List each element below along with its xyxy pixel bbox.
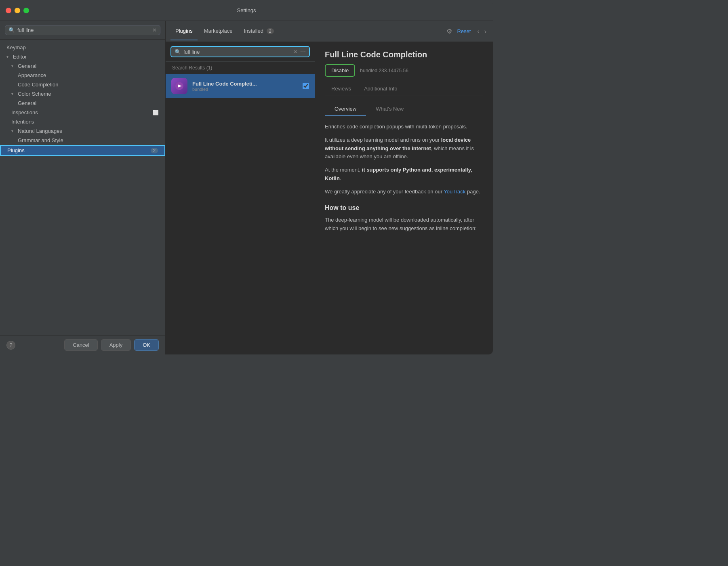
general-label: General bbox=[18, 63, 36, 69]
titlebar: Settings bbox=[0, 0, 493, 21]
plugin-search-icon: 🔍 bbox=[175, 49, 181, 55]
desc-para-4: We greatly appreciate any of your feedba… bbox=[325, 188, 483, 196]
tree-nav: Keymap ▾ Editor ▾ General Appearance Cod… bbox=[0, 40, 165, 335]
sidebar: 🔍 ✕ Keymap ▾ Editor ▾ General Appear bbox=[0, 21, 166, 354]
sidebar-item-appearance[interactable]: Appearance bbox=[0, 71, 165, 80]
inspections-icon: ⬜ bbox=[153, 110, 159, 115]
plugin-detail: Full Line Code Completion Disable bundle… bbox=[315, 42, 493, 354]
plugin-body: 🔍 ✕ ⋯ Search Results (1) bbox=[166, 42, 493, 354]
gear-icon[interactable]: ⚙ bbox=[446, 27, 452, 35]
tab-installed[interactable]: Installed 2 bbox=[239, 22, 278, 40]
sidebar-search-input[interactable] bbox=[17, 27, 150, 33]
tab-marketplace[interactable]: Marketplace bbox=[199, 22, 238, 40]
sidebar-item-intentions[interactable]: Intentions bbox=[0, 117, 165, 126]
sidebar-item-code-completion[interactable]: Code Completion bbox=[0, 80, 165, 89]
ok-button[interactable]: OK bbox=[134, 339, 159, 351]
plugins-label: Plugins bbox=[7, 147, 25, 153]
sidebar-item-inspections[interactable]: Inspections ⬜ bbox=[0, 108, 165, 117]
sidebar-item-grammar-style[interactable]: Grammar and Style bbox=[0, 136, 165, 145]
plugin-search-clear[interactable]: ✕ bbox=[293, 49, 298, 55]
sidebar-search-clear[interactable]: ✕ bbox=[152, 27, 157, 33]
plugin-header: Plugins Marketplace Installed 2 ⚙ Reset … bbox=[166, 21, 493, 42]
color-scheme-arrow: ▾ bbox=[11, 92, 16, 96]
intentions-label: Intentions bbox=[11, 119, 34, 125]
sidebar-item-natural-languages[interactable]: ▾ Natural Languages bbox=[0, 126, 165, 136]
natural-languages-label: Natural Languages bbox=[18, 128, 62, 134]
tab-additional-info[interactable]: Additional Info bbox=[358, 82, 404, 96]
tab-plugins[interactable]: Plugins bbox=[170, 22, 198, 40]
color-scheme-label: Color Scheme bbox=[18, 91, 51, 97]
back-button[interactable]: ‹ bbox=[476, 27, 481, 36]
installed-badge: 2 bbox=[267, 28, 274, 34]
plugin-search-input[interactable] bbox=[183, 49, 291, 55]
sidebar-search-wrapper: 🔍 ✕ bbox=[5, 25, 160, 35]
reset-button[interactable]: Reset bbox=[457, 28, 471, 34]
apply-button[interactable]: Apply bbox=[101, 339, 131, 351]
disable-button[interactable]: Disable bbox=[325, 64, 355, 77]
tab-whats-new[interactable]: What's New bbox=[366, 103, 413, 116]
search-results-label: Search Results (1) bbox=[166, 62, 315, 74]
main-layout: 🔍 ✕ Keymap ▾ Editor ▾ General Appear bbox=[0, 21, 493, 354]
detail-view-tabs: Overview What's New bbox=[325, 103, 483, 116]
options-icon[interactable]: ⋯ bbox=[300, 48, 306, 55]
minimize-button[interactable] bbox=[15, 8, 20, 13]
window-controls bbox=[6, 8, 29, 13]
editor-label: Editor bbox=[13, 54, 27, 60]
how-to-use-text: The deep-learning model will be download… bbox=[325, 216, 483, 233]
maximize-button[interactable] bbox=[23, 8, 29, 13]
plugin-detail-title: Full Line Code Completion bbox=[325, 50, 483, 59]
plugin-search-wrapper: 🔍 ✕ ⋯ bbox=[170, 46, 310, 57]
grammar-style-label: Grammar and Style bbox=[18, 137, 63, 143]
bundled-info: bundled 233.14475.56 bbox=[360, 68, 408, 73]
window-title: Settings bbox=[237, 7, 256, 13]
detail-content: Enriches code completion popups with mul… bbox=[325, 123, 483, 354]
bottom-actions: Cancel Apply OK bbox=[64, 339, 159, 351]
desc-para-3: At the moment, it supports only Python a… bbox=[325, 166, 483, 183]
plugin-checkbox[interactable] bbox=[303, 83, 309, 89]
search-icon: 🔍 bbox=[8, 27, 15, 33]
how-to-use-title: How to use bbox=[325, 203, 483, 213]
sidebar-item-editor[interactable]: ▾ Editor bbox=[0, 52, 165, 61]
desc-para-2: It utilizes a deep learning model and ru… bbox=[325, 136, 483, 161]
tab-overview[interactable]: Overview bbox=[325, 103, 366, 116]
plugin-search-icons: ✕ ⋯ bbox=[293, 48, 306, 55]
plugin-info: Full Line Code Completi... bundled bbox=[192, 81, 298, 92]
right-panel: Plugins Marketplace Installed 2 ⚙ Reset … bbox=[166, 21, 493, 354]
general-arrow: ▾ bbox=[11, 64, 16, 68]
inspections-label: Inspections bbox=[11, 109, 38, 115]
cancel-button[interactable]: Cancel bbox=[64, 339, 97, 351]
sidebar-item-color-scheme[interactable]: ▾ Color Scheme bbox=[0, 89, 165, 99]
detail-subtabs: Reviews Additional Info bbox=[325, 82, 483, 96]
tab-installed-label: Installed bbox=[244, 28, 263, 34]
code-completion-label: Code Completion bbox=[18, 82, 58, 88]
sidebar-item-color-general[interactable]: General bbox=[0, 99, 165, 108]
youtrack-link[interactable]: YouTrack bbox=[444, 189, 465, 195]
sidebar-item-general[interactable]: ▾ General bbox=[0, 61, 165, 71]
plugins-badge: 2 bbox=[151, 148, 158, 153]
plugin-list-item[interactable]: Full Line Code Completi... bundled bbox=[166, 74, 315, 98]
plugin-search-area: 🔍 ✕ ⋯ bbox=[166, 42, 315, 62]
nav-buttons: ‹ › bbox=[476, 27, 488, 36]
help-button[interactable]: ? bbox=[6, 341, 15, 350]
plugin-logo-icon bbox=[175, 81, 184, 91]
sidebar-item-keymap[interactable]: Keymap bbox=[0, 43, 165, 52]
plugin-list-panel: 🔍 ✕ ⋯ Search Results (1) bbox=[166, 42, 315, 354]
plugin-detail-header: Full Line Code Completion bbox=[325, 50, 483, 59]
tab-reviews[interactable]: Reviews bbox=[325, 82, 358, 96]
plugin-sub: bundled bbox=[192, 87, 298, 92]
keymap-label: Keymap bbox=[6, 44, 26, 50]
close-button[interactable] bbox=[6, 8, 11, 13]
editor-arrow: ▾ bbox=[6, 55, 11, 59]
forward-button[interactable]: › bbox=[483, 27, 488, 36]
desc-para-1: Enriches code completion popups with mul… bbox=[325, 123, 483, 131]
natural-languages-arrow: ▾ bbox=[11, 129, 16, 133]
sidebar-search-area: 🔍 ✕ bbox=[0, 21, 165, 40]
plugin-name: Full Line Code Completi... bbox=[192, 81, 298, 87]
appearance-label: Appearance bbox=[18, 72, 46, 78]
plugin-detail-actions: Disable bundled 233.14475.56 bbox=[325, 64, 483, 77]
color-general-label: General bbox=[18, 100, 36, 106]
plugin-icon bbox=[171, 78, 187, 94]
bottom-bar: ? Cancel Apply OK bbox=[0, 335, 165, 354]
sidebar-item-plugins[interactable]: Plugins 2 bbox=[0, 145, 165, 156]
